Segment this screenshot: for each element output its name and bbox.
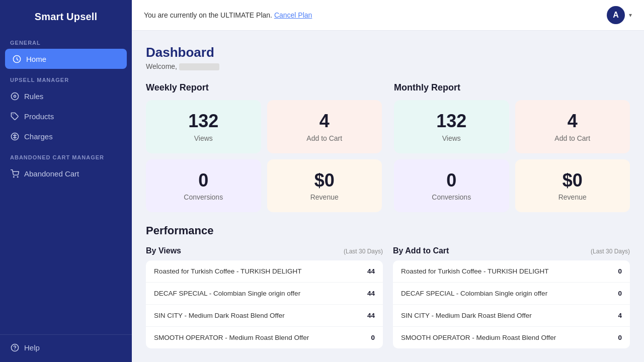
performance-tables: By Views (Last 30 Days) Roasted for Turk… xyxy=(146,246,630,348)
by-addtocart-period: (Last 30 Days) xyxy=(591,248,630,255)
help-icon xyxy=(10,343,19,352)
weekly-addtocart-label: Add to Cart xyxy=(275,134,374,142)
page-title: Dashboard xyxy=(146,45,630,60)
weekly-conversions-label: Conversions xyxy=(154,193,253,201)
sidebar-item-products[interactable]: Products xyxy=(0,106,132,126)
table-row: SMOOTH OPERATOR - Medium Roast Blend Off… xyxy=(393,327,630,348)
table-row: SIN CITY - Medium Dark Roast Blend Offer… xyxy=(393,305,630,327)
monthly-report-cards: 132 Views 4 Add to Cart 0 Conversions $0… xyxy=(394,100,630,212)
monthly-addtocart-card: 4 Add to Cart xyxy=(515,100,630,153)
plan-info: You are currently on the ULTIMATE Plan. … xyxy=(144,11,312,19)
by-views-table: Roasted for Turkish Coffee - TURKISH DEL… xyxy=(146,260,383,348)
weekly-conversions-card: 0 Conversions xyxy=(146,159,261,213)
performance-title: Performance xyxy=(146,224,630,237)
sidebar-item-charges-label: Charges xyxy=(24,132,53,141)
products-icon xyxy=(10,112,19,121)
username-placeholder xyxy=(179,63,219,70)
by-addtocart-title: By Add to Cart xyxy=(393,246,449,255)
monthly-revenue-card: $0 Revenue xyxy=(515,159,630,213)
by-addtocart-table: Roasted for Turkish Coffee - TURKISH DEL… xyxy=(393,260,630,348)
help-item[interactable]: Help xyxy=(10,343,122,352)
monthly-report: Monthly Report 132 Views 4 Add to Cart 0… xyxy=(394,82,630,212)
weekly-revenue-value: $0 xyxy=(275,170,374,191)
weekly-addtocart-card: 4 Add to Cart xyxy=(267,100,382,153)
sidebar-item-home-label: Home xyxy=(26,55,46,63)
svg-point-2 xyxy=(14,95,16,97)
by-views-period: (Last 30 Days) xyxy=(344,248,383,255)
weekly-conversions-value: 0 xyxy=(154,170,253,191)
weekly-report: Weekly Report 132 Views 4 Add to Cart 0 … xyxy=(146,82,382,212)
weekly-views-label: Views xyxy=(154,134,253,142)
weekly-report-title: Weekly Report xyxy=(146,82,382,93)
monthly-addtocart-value: 4 xyxy=(523,111,622,131)
rules-icon xyxy=(10,92,19,101)
monthly-views-card: 132 Views xyxy=(394,100,509,153)
weekly-report-cards: 132 Views 4 Add to Cart 0 Conversions $0… xyxy=(146,100,382,212)
monthly-addtocart-label: Add to Cart xyxy=(523,134,622,142)
monthly-report-title: Monthly Report xyxy=(394,82,630,93)
weekly-addtocart-value: 4 xyxy=(275,111,374,131)
monthly-revenue-value: $0 xyxy=(523,170,622,191)
charges-icon xyxy=(10,132,19,141)
avatar[interactable]: A xyxy=(607,6,625,24)
table-row: DECAF SPECIAL - Colombian Single origin … xyxy=(393,283,630,305)
svg-point-5 xyxy=(13,176,14,177)
table-row: Roasted for Turkish Coffee - TURKISH DEL… xyxy=(393,260,630,283)
sidebar-section-abandoned: ABANDONED CART MANAGER xyxy=(0,146,132,163)
by-addtocart-header: By Add to Cart (Last 30 Days) xyxy=(393,246,630,255)
sidebar-item-home[interactable]: Home xyxy=(5,49,127,69)
weekly-revenue-card: $0 Revenue xyxy=(267,159,382,213)
monthly-views-value: 132 xyxy=(402,111,501,131)
sidebar-item-rules-label: Rules xyxy=(24,92,43,101)
topbar: You are currently on the ULTIMATE Plan. … xyxy=(132,0,644,31)
home-icon xyxy=(12,54,21,63)
weekly-revenue-label: Revenue xyxy=(275,193,374,201)
svg-point-1 xyxy=(11,93,18,100)
sidebar-logo: Smart Upsell xyxy=(0,0,132,32)
welcome-text: Welcome, xyxy=(146,62,630,70)
table-row: Roasted for Turkish Coffee - TURKISH DEL… xyxy=(146,260,383,283)
monthly-revenue-label: Revenue xyxy=(523,193,622,201)
sidebar-item-abandoned-cart-label: Abandoned Cart xyxy=(24,169,79,178)
sidebar-bottom: Help xyxy=(0,334,132,362)
svg-point-6 xyxy=(17,176,18,177)
table-row: DECAF SPECIAL - Colombian Single origin … xyxy=(146,283,383,305)
weekly-views-value: 132 xyxy=(154,111,253,131)
sidebar-section-general: GENERAL xyxy=(0,32,132,49)
by-views-section: By Views (Last 30 Days) Roasted for Turk… xyxy=(146,246,383,348)
by-addtocart-section: By Add to Cart (Last 30 Days) Roasted fo… xyxy=(393,246,630,348)
sidebar-item-products-label: Products xyxy=(24,112,54,121)
weekly-views-card: 132 Views xyxy=(146,100,261,153)
sidebar-section-upsell: UPSELL MANAGER xyxy=(0,69,132,86)
reports-row: Weekly Report 132 Views 4 Add to Cart 0 … xyxy=(146,82,630,212)
cancel-plan-link[interactable]: Cancel Plan xyxy=(274,11,312,19)
content-area: Dashboard Welcome, Weekly Report 132 Vie… xyxy=(132,31,644,362)
table-row: SMOOTH OPERATOR - Medium Roast Blend Off… xyxy=(146,327,383,348)
monthly-conversions-value: 0 xyxy=(402,170,501,191)
monthly-conversions-label: Conversions xyxy=(402,193,501,201)
by-views-header: By Views (Last 30 Days) xyxy=(146,246,383,255)
sidebar-item-charges[interactable]: Charges xyxy=(0,126,132,146)
monthly-conversions-card: 0 Conversions xyxy=(394,159,509,213)
chevron-down-icon[interactable]: ▾ xyxy=(629,12,632,19)
sidebar-item-rules[interactable]: Rules xyxy=(0,86,132,106)
plan-text: You are currently on the ULTIMATE Plan. xyxy=(144,11,272,19)
main-area: You are currently on the ULTIMATE Plan. … xyxy=(132,0,644,362)
by-views-title: By Views xyxy=(146,246,181,255)
topbar-right: A ▾ xyxy=(607,6,632,24)
monthly-views-label: Views xyxy=(402,134,501,142)
sidebar-item-abandoned-cart[interactable]: Abandoned Cart xyxy=(0,163,132,184)
table-row: SIN CITY - Medium Dark Roast Blend Offer… xyxy=(146,305,383,327)
abandoned-cart-icon xyxy=(10,169,19,178)
sidebar: Smart Upsell GENERAL Home UPSELL MANAGER… xyxy=(0,0,132,362)
help-label: Help xyxy=(24,343,40,352)
